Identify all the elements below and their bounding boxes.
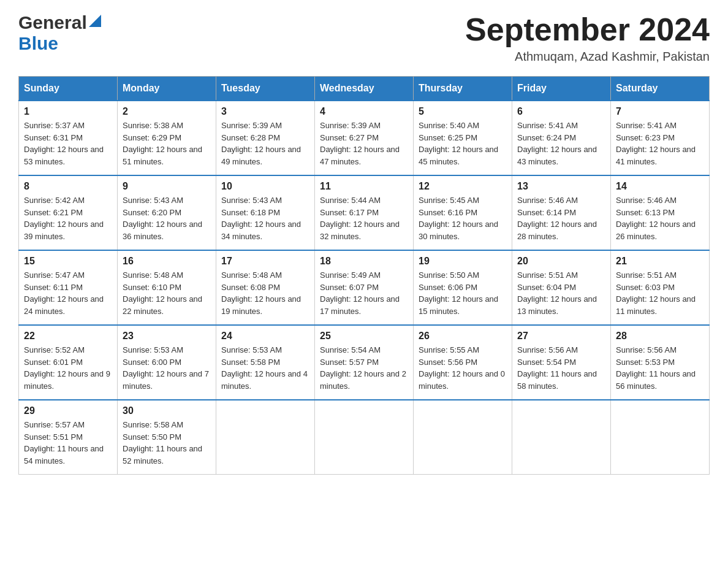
day-number: 1 (24, 106, 112, 117)
day-number: 27 (517, 331, 605, 342)
table-row: 6 Sunrise: 5:41 AMSunset: 6:24 PMDayligh… (512, 101, 611, 175)
title-block: September 2024 Athmuqam, Azad Kashmir, P… (465, 12, 710, 64)
table-row: 27 Sunrise: 5:56 AMSunset: 5:54 PMDaylig… (512, 325, 611, 400)
day-info: Sunrise: 5:58 AMSunset: 5:50 PMDaylight:… (123, 420, 202, 465)
day-number: 13 (517, 181, 605, 192)
day-number: 5 (419, 106, 507, 117)
day-number: 4 (320, 106, 408, 117)
day-info: Sunrise: 5:50 AMSunset: 6:06 PMDaylight:… (419, 270, 498, 316)
day-info: Sunrise: 5:39 AMSunset: 6:28 PMDaylight:… (221, 121, 301, 166)
day-number: 28 (616, 331, 704, 342)
day-info: Sunrise: 5:56 AMSunset: 5:54 PMDaylight:… (517, 345, 597, 391)
calendar-week-row: 1 Sunrise: 5:37 AMSunset: 6:31 PMDayligh… (19, 101, 710, 175)
logo-triangle-icon (89, 15, 101, 27)
table-row (512, 400, 611, 475)
table-row: 28 Sunrise: 5:56 AMSunset: 5:53 PMDaylig… (611, 325, 710, 400)
day-info: Sunrise: 5:39 AMSunset: 6:27 PMDaylight:… (320, 121, 400, 166)
day-info: Sunrise: 5:48 AMSunset: 6:08 PMDaylight:… (221, 270, 301, 316)
day-number: 25 (320, 331, 408, 342)
day-number: 22 (24, 331, 112, 342)
calendar-header-row: Sunday Monday Tuesday Wednesday Thursday… (19, 77, 710, 101)
day-number: 14 (616, 181, 704, 192)
table-row: 25 Sunrise: 5:54 AMSunset: 5:57 PMDaylig… (315, 325, 414, 400)
day-number: 19 (419, 256, 507, 267)
table-row: 26 Sunrise: 5:55 AMSunset: 5:56 PMDaylig… (414, 325, 512, 400)
day-number: 29 (24, 405, 112, 416)
day-number: 16 (123, 256, 211, 267)
calendar-week-row: 22 Sunrise: 5:52 AMSunset: 6:01 PMDaylig… (19, 325, 710, 400)
day-info: Sunrise: 5:55 AMSunset: 5:56 PMDaylight:… (419, 345, 505, 391)
day-number: 7 (616, 106, 704, 117)
table-row: 29 Sunrise: 5:57 AMSunset: 5:51 PMDaylig… (19, 400, 118, 475)
table-row: 4 Sunrise: 5:39 AMSunset: 6:27 PMDayligh… (315, 101, 414, 175)
logo-general-text: General (18, 12, 87, 33)
calendar-week-row: 8 Sunrise: 5:42 AMSunset: 6:21 PMDayligh… (19, 175, 710, 250)
day-info: Sunrise: 5:52 AMSunset: 6:01 PMDaylight:… (24, 345, 110, 391)
table-row: 20 Sunrise: 5:51 AMSunset: 6:04 PMDaylig… (512, 250, 611, 325)
calendar-week-row: 29 Sunrise: 5:57 AMSunset: 5:51 PMDaylig… (19, 400, 710, 475)
table-row: 9 Sunrise: 5:43 AMSunset: 6:20 PMDayligh… (118, 175, 216, 250)
table-row: 19 Sunrise: 5:50 AMSunset: 6:06 PMDaylig… (414, 250, 512, 325)
month-title: September 2024 (465, 12, 710, 47)
day-number: 26 (419, 331, 507, 342)
day-info: Sunrise: 5:53 AMSunset: 5:58 PMDaylight:… (221, 345, 308, 391)
day-info: Sunrise: 5:44 AMSunset: 6:17 PMDaylight:… (320, 196, 400, 241)
table-row: 30 Sunrise: 5:58 AMSunset: 5:50 PMDaylig… (118, 400, 216, 475)
col-saturday: Saturday (611, 77, 710, 101)
day-info: Sunrise: 5:57 AMSunset: 5:51 PMDaylight:… (24, 420, 104, 465)
day-info: Sunrise: 5:46 AMSunset: 6:14 PMDaylight:… (517, 196, 597, 241)
col-tuesday: Tuesday (216, 77, 315, 101)
table-row: 18 Sunrise: 5:49 AMSunset: 6:07 PMDaylig… (315, 250, 414, 325)
col-sunday: Sunday (19, 77, 118, 101)
day-number: 15 (24, 256, 112, 267)
col-thursday: Thursday (414, 77, 512, 101)
table-row (414, 400, 512, 475)
day-number: 3 (221, 106, 309, 117)
day-info: Sunrise: 5:49 AMSunset: 6:07 PMDaylight:… (320, 270, 400, 316)
day-info: Sunrise: 5:43 AMSunset: 6:20 PMDaylight:… (123, 196, 202, 241)
day-info: Sunrise: 5:41 AMSunset: 6:24 PMDaylight:… (517, 121, 597, 166)
day-number: 24 (221, 331, 309, 342)
col-friday: Friday (512, 77, 611, 101)
page-header: General Blue September 2024 Athmuqam, Az… (18, 12, 710, 64)
table-row: 8 Sunrise: 5:42 AMSunset: 6:21 PMDayligh… (19, 175, 118, 250)
day-number: 12 (419, 181, 507, 192)
table-row: 13 Sunrise: 5:46 AMSunset: 6:14 PMDaylig… (512, 175, 611, 250)
table-row (216, 400, 315, 475)
table-row: 14 Sunrise: 5:46 AMSunset: 6:13 PMDaylig… (611, 175, 710, 250)
day-number: 8 (24, 181, 112, 192)
table-row: 10 Sunrise: 5:43 AMSunset: 6:18 PMDaylig… (216, 175, 315, 250)
table-row: 12 Sunrise: 5:45 AMSunset: 6:16 PMDaylig… (414, 175, 512, 250)
table-row: 11 Sunrise: 5:44 AMSunset: 6:17 PMDaylig… (315, 175, 414, 250)
day-info: Sunrise: 5:54 AMSunset: 5:57 PMDaylight:… (320, 345, 406, 391)
table-row (315, 400, 414, 475)
day-info: Sunrise: 5:38 AMSunset: 6:29 PMDaylight:… (123, 121, 202, 166)
table-row: 5 Sunrise: 5:40 AMSunset: 6:25 PMDayligh… (414, 101, 512, 175)
table-row: 2 Sunrise: 5:38 AMSunset: 6:29 PMDayligh… (118, 101, 216, 175)
day-info: Sunrise: 5:41 AMSunset: 6:23 PMDaylight:… (616, 121, 696, 166)
day-info: Sunrise: 5:43 AMSunset: 6:18 PMDaylight:… (221, 196, 301, 241)
day-info: Sunrise: 5:37 AMSunset: 6:31 PMDaylight:… (24, 121, 104, 166)
day-info: Sunrise: 5:42 AMSunset: 6:21 PMDaylight:… (24, 196, 104, 241)
table-row: 7 Sunrise: 5:41 AMSunset: 6:23 PMDayligh… (611, 101, 710, 175)
day-number: 2 (123, 106, 211, 117)
logo-blue-text: Blue (18, 33, 58, 53)
day-info: Sunrise: 5:53 AMSunset: 6:00 PMDaylight:… (123, 345, 209, 391)
table-row: 17 Sunrise: 5:48 AMSunset: 6:08 PMDaylig… (216, 250, 315, 325)
table-row: 15 Sunrise: 5:47 AMSunset: 6:11 PMDaylig… (19, 250, 118, 325)
calendar-week-row: 15 Sunrise: 5:47 AMSunset: 6:11 PMDaylig… (19, 250, 710, 325)
table-row: 1 Sunrise: 5:37 AMSunset: 6:31 PMDayligh… (19, 101, 118, 175)
calendar-table: Sunday Monday Tuesday Wednesday Thursday… (18, 76, 710, 475)
day-info: Sunrise: 5:51 AMSunset: 6:04 PMDaylight:… (517, 270, 597, 316)
day-info: Sunrise: 5:48 AMSunset: 6:10 PMDaylight:… (123, 270, 202, 316)
col-monday: Monday (118, 77, 216, 101)
day-number: 10 (221, 181, 309, 192)
table-row: 23 Sunrise: 5:53 AMSunset: 6:00 PMDaylig… (118, 325, 216, 400)
day-number: 9 (123, 181, 211, 192)
day-number: 11 (320, 181, 408, 192)
day-number: 17 (221, 256, 309, 267)
table-row: 21 Sunrise: 5:51 AMSunset: 6:03 PMDaylig… (611, 250, 710, 325)
day-number: 18 (320, 256, 408, 267)
table-row: 22 Sunrise: 5:52 AMSunset: 6:01 PMDaylig… (19, 325, 118, 400)
table-row: 16 Sunrise: 5:48 AMSunset: 6:10 PMDaylig… (118, 250, 216, 325)
